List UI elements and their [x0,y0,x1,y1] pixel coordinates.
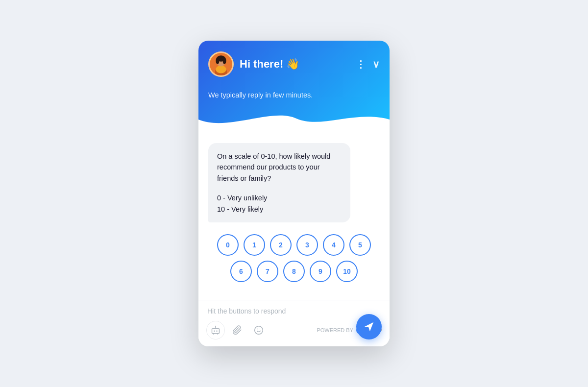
rating-btn-3[interactable]: 3 [296,234,318,256]
scale-low-label: 0 - Very unlikely [217,193,342,203]
rating-btn-5[interactable]: 5 [349,234,371,256]
input-placeholder: Hit the buttons to respond [206,307,382,315]
chat-widget: Hi there! 👋 ⋮ ∨ We typically reply in fe… [198,41,390,346]
rating-btn-8[interactable]: 8 [283,261,305,282]
svg-point-8 [214,330,215,332]
rating-btn-10[interactable]: 10 [336,261,358,282]
rating-btn-6[interactable]: 6 [230,261,252,282]
chat-header: Hi there! 👋 ⋮ ∨ We typically reply in fe… [198,41,390,128]
rating-row-2: 6 7 8 9 10 [208,261,380,282]
rating-row-1: 0 1 2 3 4 5 [208,234,380,256]
rating-btn-0[interactable]: 0 [217,234,239,256]
footer-icons [206,321,268,339]
svg-point-11 [215,326,216,327]
avatar [208,51,234,77]
more-options-icon[interactable]: ⋮ [356,58,366,70]
chat-body: On a scale of 0-10, how likely would rec… [198,128,390,300]
rating-btn-7[interactable]: 7 [257,261,278,282]
powered-by-label: POWERED BY [317,327,353,333]
rating-btn-1[interactable]: 1 [244,234,265,256]
svg-point-14 [255,326,263,335]
svg-point-9 [216,330,218,332]
attachment-icon-button[interactable] [228,321,246,339]
svg-point-5 [216,57,219,64]
bot-icon-button[interactable] [206,321,225,339]
message-bubble: On a scale of 0-10, how likely would rec… [208,143,350,222]
header-greeting: Hi there! 👋 [240,58,299,71]
wave-emoji: 👋 [286,58,299,70]
rating-btn-2[interactable]: 2 [270,234,292,256]
scale-high-label: 10 - Very likely [217,204,342,215]
rating-btn-4[interactable]: 4 [323,234,344,256]
question-text: On a scale of 0-10, how likely would rec… [217,151,342,184]
chat-footer: Hit the buttons to respond [198,300,390,346]
send-button[interactable] [356,314,382,339]
svg-point-2 [216,66,226,73]
svg-point-6 [223,57,226,64]
svg-rect-7 [212,329,220,334]
collapse-icon[interactable]: ∨ [372,58,380,70]
emoji-icon-button[interactable] [249,321,268,339]
rating-btn-9[interactable]: 9 [310,261,331,282]
header-subtitle: We typically reply in few minutes. [208,85,380,99]
